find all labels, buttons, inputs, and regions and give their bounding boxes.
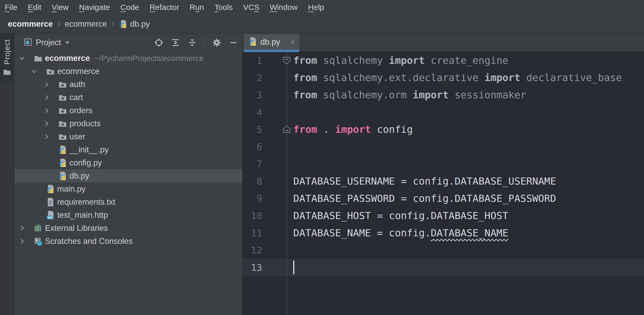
code-text[interactable]: from sqlalchemy.orm import sessionmaker [293,86,644,104]
code-text[interactable]: DATABASE_HOST = config.DATABASE_HOST [293,207,644,224]
menu-tools[interactable]: Tools [214,3,233,12]
tab-close-icon[interactable]: × [290,38,295,46]
chevron-right-icon[interactable] [43,94,50,101]
editor-tab-dbpy[interactable]: db.py × [244,34,299,50]
menu-run[interactable]: Run [190,3,204,12]
code-text[interactable]: DATABASE_NAME = config.DATABASE_NAME [293,224,644,242]
tree-row-products[interactable]: products [15,117,242,130]
chevron-right-icon [43,107,50,114]
line-number[interactable]: 9 [243,193,262,204]
libraries-icon [33,224,43,233]
line-number[interactable]: 4 [243,107,262,118]
chevron-right-icon[interactable] [43,120,50,127]
fold-region-end-icon[interactable] [282,125,291,134]
menu-refactor[interactable]: Refactor [150,3,179,12]
http-icon: API [46,210,55,220]
python-icon [58,158,67,168]
fold-region-start-icon[interactable] [282,56,291,65]
tool-window-stripe: Project [0,33,14,315]
tree-row-ecommerce[interactable]: ecommerce~/PycharmProjects/ecommerce [15,52,242,65]
chevron-right-icon[interactable] [43,133,50,140]
line-number[interactable]: 1 [243,55,262,66]
code-token: import [413,89,449,101]
unresolved-reference: DATABASE_NAME [431,227,508,239]
line-number[interactable]: 5 [243,124,262,135]
locate-file-button[interactable] [154,38,163,47]
code-text[interactable]: DATABASE_PASSWORD = config.DATABASE_PASS… [293,190,644,207]
text-caret [293,261,294,274]
tree-row-db-py[interactable]: db.py [15,169,242,182]
tree-label: __init__.py [69,143,109,156]
chevron-right-icon[interactable] [18,238,26,245]
tree-row-orders[interactable]: orders [15,104,242,117]
stripe-tab-project[interactable]: Project [0,33,14,82]
chevron-right-icon[interactable] [18,225,26,232]
line-number[interactable]: 3 [243,90,262,100]
line-number[interactable]: 6 [243,141,262,152]
project-view-dropdown[interactable]: Project [24,33,71,52]
code-token: from [293,72,317,83]
python-icon [58,171,67,181]
editor-area[interactable]: db.py × 1from sqlalchemy import create_e… [242,33,644,315]
chevron-right-icon [43,133,50,140]
chevron-right-icon[interactable] [43,81,50,88]
code-line-12: 12 [243,242,644,259]
tree-row-config-py[interactable]: config.py [15,156,242,169]
code-text[interactable]: from sqlalchemy.ext.declarative import d… [293,69,644,86]
tree-row-user[interactable]: user [15,130,242,143]
project-tree[interactable]: ecommerce~/PycharmProjects/ecommerce eco… [15,52,242,315]
line-number[interactable]: 10 [243,210,262,221]
hide-panel-button[interactable] [229,38,238,47]
code-token: sqlalchemy.ext.declarative [317,72,485,83]
package-icon [58,119,67,128]
project-panel-toolbar [154,33,238,52]
tree-label: auth [69,78,85,91]
menu-code[interactable]: Code [120,3,139,12]
svg-text:API: API [48,216,52,219]
code-text[interactable]: DATABASE_USERNAME = config.DATABASE_USER… [293,173,644,190]
code-token: declarative_base [520,72,622,83]
menu-window[interactable]: Window [270,3,298,12]
python-icon [58,145,67,154]
tree-row-scratches-and-consoles[interactable]: Scratches and Consoles [15,235,242,248]
scratches-icon [33,237,43,246]
python-icon [58,145,67,154]
tree-row-__init__-py[interactable]: __init__.py [15,143,242,156]
tree-row-main-py[interactable]: main.py [15,182,242,196]
menu-view[interactable]: View [52,3,68,12]
menu-help[interactable]: Help [308,3,324,12]
code-text[interactable]: from sqlalchemy import create_engine [293,52,644,69]
menu-edit[interactable]: Edit [28,3,41,12]
package-icon [58,93,67,102]
menu-file[interactable]: File [5,3,17,12]
chevron-down-icon[interactable] [18,55,26,62]
tree-row-requirements-txt[interactable]: requirements.txt [15,196,242,209]
chevron-down-icon[interactable] [31,68,38,75]
code-viewport[interactable]: 1from sqlalchemy import create_engine2fr… [243,52,644,276]
line-number[interactable]: 12 [243,245,262,256]
locate-icon [154,38,163,47]
line-number[interactable]: 8 [243,176,262,187]
line-number[interactable]: 13 [243,262,262,273]
menu-vcs[interactable]: VCS [243,3,259,12]
tree-row-test_main-http[interactable]: API test_main.http [15,209,242,222]
line-number[interactable]: 2 [243,72,262,83]
expand-all-button[interactable] [171,38,180,47]
tree-row-external-libraries[interactable]: External Libraries [15,222,242,235]
tree-row-ecommerce[interactable]: ecommerce [15,65,242,78]
breadcrumb-item-ecommerce[interactable]: ecommerce [8,19,53,29]
collapse-all-button[interactable] [188,38,197,47]
code-line-4: 4 [243,104,644,121]
breadcrumb-item-ecommerce[interactable]: ecommerce [65,19,107,29]
settings-button[interactable] [212,38,221,47]
python-file-icon [119,20,128,28]
tree-row-cart[interactable]: cart [15,91,242,104]
breadcrumb-item-db-py[interactable]: db.py [130,19,150,29]
line-number[interactable]: 7 [243,159,262,169]
tree-row-auth[interactable]: auth [15,78,242,91]
menu-bar: FileEditViewNavigateCodeRefactorRunTools… [0,0,644,15]
menu-navigate[interactable]: Navigate [79,3,110,12]
line-number[interactable]: 11 [243,228,262,238]
chevron-right-icon[interactable] [43,107,50,114]
code-text[interactable]: from . import config [293,121,644,138]
